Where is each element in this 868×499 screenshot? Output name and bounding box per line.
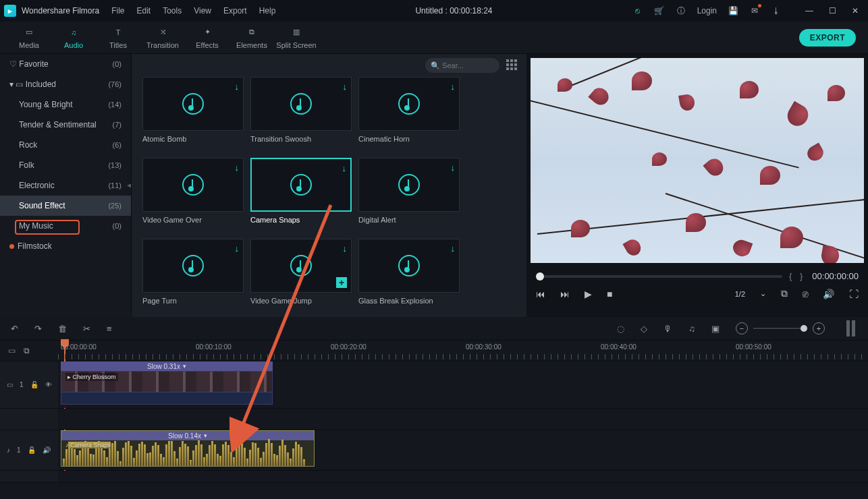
sidebar-included[interactable]: ▾ ▭ Included(76): [0, 74, 131, 94]
tab-audio[interactable]: ♫Audio: [51, 26, 96, 49]
tile-glass-break[interactable]: ↓Glass Break Explosion: [358, 239, 460, 314]
lock-icon[interactable]: 🔓: [30, 381, 38, 388]
tile-atomic-bomb[interactable]: ↓Atomic Bomb: [142, 77, 244, 152]
delete-icon[interactable]: 🗑: [58, 324, 67, 334]
undo-icon[interactable]: ↶: [11, 324, 18, 334]
download-icon[interactable]: ↓: [235, 243, 240, 254]
support-icon[interactable]: ⎋: [632, 5, 643, 16]
menu-tools[interactable]: Tools: [163, 6, 182, 16]
fullscreen-icon[interactable]: ⛶: [849, 289, 859, 299]
snapshot-icon[interactable]: ⎚: [803, 289, 808, 299]
lock-icon[interactable]: 🔓: [28, 446, 36, 454]
tab-media[interactable]: ▭Media: [7, 26, 51, 49]
timeline-pause-icon[interactable]: [846, 320, 857, 336]
asset-gallery: 🔍 ↓Atomic Bomb ↓Transition Swoosh ↓Cinem…: [132, 54, 526, 317]
manage-tracks-icon[interactable]: ▭: [8, 346, 16, 355]
window-close[interactable]: ✕: [846, 4, 864, 18]
tile-video-game-over[interactable]: ↓Video Game Over: [142, 158, 244, 233]
step-back-icon[interactable]: ⏭: [560, 289, 570, 299]
window-minimize[interactable]: —: [801, 4, 818, 18]
volume-icon[interactable]: 🔊: [823, 289, 834, 299]
prev-frame-icon[interactable]: ⏮: [536, 289, 545, 299]
play-icon[interactable]: ▶: [585, 289, 592, 299]
redo-icon[interactable]: ↷: [34, 324, 42, 334]
sidebar-filmstock[interactable]: Filmstock: [0, 236, 131, 256]
app-name: Wondershare Filmora: [22, 6, 99, 16]
window-maximize[interactable]: ☐: [823, 4, 841, 18]
download-icon[interactable]: ↓: [235, 82, 240, 92]
info-icon[interactable]: ⓘ: [676, 5, 686, 16]
sidebar-favorite[interactable]: ♡ Favorite(0): [0, 54, 131, 74]
sidebar: ♡ Favorite(0) ▾ ▭ Included(76) Young & B…: [0, 54, 132, 317]
zoom-out-icon[interactable]: −: [736, 322, 748, 334]
download-icon[interactable]: ↓: [342, 163, 347, 173]
tile-transition-swoosh[interactable]: ↓Transition Swoosh: [250, 77, 352, 152]
preview-scrubber[interactable]: [536, 275, 782, 278]
sidebar-item-my-music[interactable]: My Music(0): [0, 216, 131, 236]
zoom-in-icon[interactable]: +: [813, 322, 825, 334]
audio-mixer-icon[interactable]: ♫: [688, 324, 695, 334]
track-type-icon: ♪: [7, 446, 10, 454]
download-icon[interactable]: ↓: [235, 163, 240, 173]
tile-digital-alert[interactable]: ↓Digital Alert: [358, 158, 460, 233]
tab-effects[interactable]: ✦Effects: [185, 26, 229, 49]
download-icon[interactable]: ↓: [343, 243, 348, 254]
sidebar-item-electronic[interactable]: Electronic(11): [0, 175, 131, 196]
tile-video-game-jump[interactable]: ↓+Video Game Jump: [250, 239, 352, 314]
tile-cinematic-horn[interactable]: ↓Cinematic Horn: [358, 77, 460, 152]
tab-split-screen[interactable]: ▥Split Screen: [274, 26, 319, 49]
video-clip[interactable]: Slow 0.31x ▸ Cherry Blossom: [61, 361, 273, 405]
in-out-markers[interactable]: { }: [789, 271, 805, 281]
tab-titles[interactable]: TTitles: [96, 26, 140, 49]
download-icon[interactable]: ↓: [451, 82, 456, 92]
login-button[interactable]: Login: [697, 6, 717, 16]
menu-view[interactable]: View: [194, 6, 211, 16]
download-icon[interactable]: ↓: [343, 82, 348, 92]
page-indicator[interactable]: 1/2: [735, 290, 745, 298]
tile-camera-snaps[interactable]: ↓Camera Snaps: [250, 158, 352, 233]
sidebar-item-sound-effect[interactable]: Sound Effect(25): [0, 196, 131, 216]
download-icon[interactable]: ⭳: [771, 5, 782, 16]
marker-icon[interactable]: ◇: [641, 324, 647, 334]
stop-icon[interactable]: ■: [607, 289, 612, 299]
save-icon[interactable]: 💾: [728, 5, 738, 16]
time-ruler[interactable]: 00:00:00:00 00:00:10:00 00:00:20:00 00:0…: [58, 341, 868, 361]
add-to-timeline-icon[interactable]: +: [336, 277, 347, 288]
cut-icon[interactable]: ✂: [83, 324, 90, 334]
display-icon[interactable]: ⧉: [781, 288, 788, 299]
titlebar: ▸ Wondershare Filmora File Edit Tools Vi…: [0, 0, 868, 22]
download-icon[interactable]: ↓: [451, 163, 456, 173]
menu-export[interactable]: Export: [223, 6, 247, 16]
preview-timecode: 00:00:00:00: [812, 271, 859, 281]
tile-page-turn[interactable]: ↓Page Turn: [142, 239, 244, 314]
zoom-control[interactable]: − +: [736, 322, 825, 334]
sidebar-item-rock[interactable]: Rock(6): [0, 135, 131, 155]
crop-icon[interactable]: ▣: [711, 324, 720, 334]
mute-icon[interactable]: 🔊: [43, 446, 51, 454]
export-button[interactable]: EXPORT: [799, 29, 856, 47]
notifications-icon[interactable]: ✉: [749, 5, 760, 16]
search-input[interactable]: 🔍: [425, 58, 499, 73]
visibility-icon[interactable]: 👁: [45, 381, 52, 388]
tab-elements[interactable]: ⧉Elements: [229, 26, 274, 49]
audio-clip[interactable]: Slow 0.14x ♪ Camera Snaps: [61, 430, 315, 467]
menu-help[interactable]: Help: [259, 6, 276, 16]
sidebar-collapse-caret[interactable]: ◂: [127, 179, 132, 190]
chevron-down-icon[interactable]: ⌄: [760, 289, 766, 298]
record-vo-icon[interactable]: 🎙: [663, 324, 672, 334]
link-icon[interactable]: ⧉: [24, 346, 30, 355]
sidebar-item-tender[interactable]: Tender & Sentimental(7): [0, 115, 131, 135]
tab-transition[interactable]: ⤭Transition: [140, 26, 185, 49]
download-icon[interactable]: ↓: [451, 243, 456, 254]
sidebar-item-young-bright[interactable]: Young & Bright(14): [0, 94, 131, 115]
cart-icon[interactable]: 🛒: [654, 5, 665, 16]
grid-view-icon[interactable]: [506, 59, 518, 71]
menu-edit[interactable]: Edit: [137, 6, 151, 16]
render-icon[interactable]: ◌: [617, 324, 624, 334]
preview-video[interactable]: [531, 58, 864, 263]
menu-file[interactable]: File: [111, 6, 124, 16]
sidebar-item-folk[interactable]: Folk(13): [0, 155, 131, 175]
timeline: ↶ ↷ 🗑 ✂ ≡ ◌ ◇ 🎙 ♫ ▣ − + ▭ ⧉ 00:00:00:00 …: [0, 317, 868, 499]
settings-icon[interactable]: ≡: [107, 324, 112, 334]
audio-track: ♪1🔓🔊 Slow 0.14x ♪ Camera Snaps: [0, 430, 868, 471]
